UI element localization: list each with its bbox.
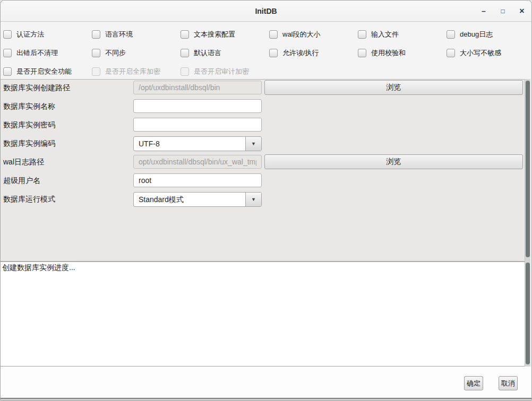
checkbox-use-checksum[interactable]: 使用校验和 — [358, 48, 406, 58]
checkbox-label: 文本搜索配置 — [194, 30, 235, 39]
checkbox-case-insensitive[interactable]: 大小写不敏感 — [447, 48, 501, 58]
checkbox-label: wal段的大小 — [282, 30, 321, 39]
instance-password-input[interactable] — [133, 118, 262, 132]
minimize-icon: – — [482, 7, 486, 15]
window-controls: – □ × — [477, 1, 528, 22]
maximize-button[interactable]: □ — [496, 5, 509, 18]
run-mode-select[interactable]: Standard模式 ▼ — [133, 192, 262, 207]
checkbox-input-file[interactable]: 输入文件 — [358, 30, 399, 39]
instance-encoding-value: UTF-8 — [134, 137, 245, 151]
vertical-scrollbar[interactable] — [525, 79, 530, 367]
checkbox-auth-method[interactable]: 认证方法 — [3, 30, 44, 39]
close-button[interactable]: × — [516, 5, 528, 18]
form-panel: 数据库实例创建路径 浏览 数据库实例名称 数据库实例密码 数据库实例编码 UTF… — [1, 79, 525, 262]
checkbox-icon — [358, 49, 366, 57]
checkbox-label: 允许读/执行 — [282, 48, 319, 58]
wal-path-input — [133, 155, 262, 169]
checkbox-allow-read-exec[interactable]: 允许读/执行 — [269, 48, 319, 58]
checkbox-icon — [92, 30, 100, 39]
window-bottom-edge — [1, 398, 531, 401]
close-icon: × — [519, 6, 524, 16]
checkbox-icon — [3, 49, 12, 57]
instance-name-input[interactable] — [133, 99, 262, 113]
instance-password-label: 数据库实例密码 — [3, 118, 55, 132]
checkbox-label: 大小写不敏感 — [460, 48, 501, 58]
scrollbar-thumb-form[interactable] — [526, 81, 530, 257]
checkbox-label: 不同步 — [105, 48, 126, 58]
progress-text: 创建数据库实例进度... — [2, 263, 75, 273]
checkbox-text-search-config[interactable]: 文本搜索配置 — [181, 30, 235, 39]
checkbox-no-clean-on-error[interactable]: 出错后不清理 — [3, 48, 58, 58]
checkbox-label: 使用校验和 — [371, 48, 406, 58]
checkbox-label: 是否开启安全功能 — [16, 67, 72, 76]
instance-path-label: 数据库实例创建路径 — [3, 81, 70, 94]
dropdown-arrow-button[interactable]: ▼ — [245, 137, 261, 151]
checkbox-icon — [3, 67, 12, 76]
browse-instance-path-button[interactable]: 浏览 — [264, 80, 523, 95]
dropdown-arrow-button[interactable]: ▼ — [245, 193, 261, 206]
wal-path-label: wal日志路径 — [3, 155, 44, 169]
checkbox-icon — [269, 49, 278, 57]
checkbox-enable-security[interactable]: 是否开启安全功能 — [3, 67, 72, 76]
checkbox-label: 认证方法 — [16, 30, 44, 39]
minimize-button[interactable]: – — [477, 5, 490, 18]
instance-encoding-label: 数据库实例编码 — [3, 136, 55, 150]
ok-button[interactable]: 确定 — [464, 376, 483, 390]
checkbox-locale[interactable]: 语言环境 — [92, 30, 133, 39]
checkbox-audit-encryption: 是否开启审计加密 — [181, 67, 249, 76]
checkbox-full-db-encryption: 是否开启全库加密 — [92, 67, 160, 76]
checkbox-label: 输入文件 — [371, 30, 399, 39]
checkbox-icon — [92, 67, 100, 76]
checkbox-wal-segment-size[interactable]: wal段的大小 — [269, 30, 321, 39]
maximize-icon: □ — [501, 7, 504, 15]
checkbox-icon — [269, 30, 278, 39]
checkbox-debug-log[interactable]: debug日志 — [447, 30, 493, 39]
instance-name-label: 数据库实例名称 — [3, 99, 55, 113]
checkbox-label: 出错后不清理 — [16, 48, 58, 58]
checkbox-label: 是否开启全库加密 — [105, 67, 160, 76]
checkbox-default-language[interactable]: 默认语言 — [181, 48, 221, 58]
checkbox-label: 语言环境 — [105, 30, 133, 39]
checkbox-label: 是否开启审计加密 — [194, 67, 249, 76]
checkbox-icon — [181, 67, 189, 76]
initdb-dialog: InitDB – □ × 认证方法 语言环境 文本搜索配置 wal段的大小 输入… — [0, 0, 532, 401]
superuser-label: 超级用户名 — [3, 173, 40, 187]
checkbox-icon — [447, 30, 455, 39]
chevron-down-icon: ▼ — [251, 197, 256, 202]
run-mode-value: Standard模式 — [134, 193, 245, 206]
footer-bar: 确定 取消 — [1, 367, 531, 398]
scrollbar-thumb-progress[interactable] — [526, 263, 530, 364]
instance-encoding-select[interactable]: UTF-8 ▼ — [133, 136, 262, 151]
checkbox-no-sync[interactable]: 不同步 — [92, 48, 126, 58]
cancel-button[interactable]: 取消 — [499, 376, 518, 390]
chevron-down-icon: ▼ — [251, 141, 256, 146]
progress-output-panel[interactable]: 创建数据库实例进度... — [1, 262, 525, 367]
checkbox-icon — [3, 30, 12, 39]
checkbox-label: 默认语言 — [194, 48, 221, 58]
run-mode-label: 数据库运行模式 — [3, 192, 55, 206]
superuser-input[interactable] — [133, 173, 262, 187]
window-title: InitDB — [1, 1, 531, 22]
checkbox-label: debug日志 — [460, 30, 493, 39]
checkbox-icon — [358, 30, 366, 39]
options-panel: 认证方法 语言环境 文本搜索配置 wal段的大小 输入文件 debug日志 出错… — [1, 22, 531, 79]
instance-path-input — [133, 81, 262, 94]
checkbox-icon — [181, 30, 189, 39]
checkbox-icon — [92, 49, 100, 57]
checkbox-icon — [181, 49, 189, 57]
titlebar[interactable]: InitDB – □ × — [1, 1, 531, 22]
browse-wal-path-button[interactable]: 浏览 — [264, 154, 523, 169]
checkbox-icon — [447, 49, 455, 57]
